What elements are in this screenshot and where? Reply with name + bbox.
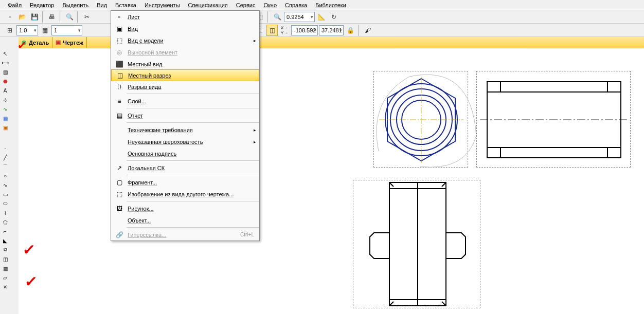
menu-item-view[interactable]: ▣Вид xyxy=(111,23,259,34)
macro-icon[interactable]: ⬣ xyxy=(1,77,10,85)
menu-window[interactable]: Окно xyxy=(263,2,277,8)
thickness-combo[interactable]: 1.0 xyxy=(16,25,38,35)
point-icon[interactable]: · xyxy=(1,144,10,152)
menu-insert[interactable]: Вставка xyxy=(115,2,136,8)
ellipse-icon[interactable]: ⬭ xyxy=(1,199,10,208)
menu-item-report[interactable]: ▤Отчет xyxy=(111,109,259,121)
drawing-icon: ▣ xyxy=(56,39,61,46)
menu-item-picture[interactable]: 🖼Рисунок... xyxy=(111,202,259,214)
open-icon[interactable]: 📂 xyxy=(16,11,28,23)
tab-drawing[interactable]: ▣ Чертеж xyxy=(52,37,87,48)
menu-separator xyxy=(127,227,259,228)
tab-detail[interactable]: ◉ Деталь xyxy=(19,37,52,48)
menu-item-lcs[interactable]: ↗Локальная СК xyxy=(111,162,259,174)
bezier-icon[interactable]: ⌇ xyxy=(1,209,10,217)
menu-view[interactable]: Вид xyxy=(97,2,107,8)
menu-tools[interactable]: Инструменты xyxy=(145,2,180,8)
menu-item-local-view[interactable]: ⬛Местный вид xyxy=(111,58,259,70)
zoom-combo[interactable]: 0.9254 xyxy=(284,12,315,22)
text-icon[interactable]: A xyxy=(1,86,10,95)
polygon-icon[interactable]: ⬠ xyxy=(1,218,10,226)
hatch2-icon[interactable]: ▨ xyxy=(1,264,10,272)
menu-select[interactable]: Выделить xyxy=(62,2,88,8)
left-toolbar-primary: ↖ ⟷ ▨ ⬣ A ⊹ ∿ ▦ ▣ · ╱ ⌒ ○ ∿ ▭ ⬭ ⌇ ⬠ ⌐ ◣ … xyxy=(0,48,11,292)
offset-icon[interactable]: ⧉ xyxy=(1,246,10,254)
step-icon[interactable]: ▦ xyxy=(39,25,50,36)
menu-item-callout: ◎Выносной элемент xyxy=(111,46,259,58)
menu-editor[interactable]: Редактор xyxy=(30,2,54,8)
new-icon[interactable]: ▫ xyxy=(4,11,15,23)
menu-item-title[interactable]: Основная надпись xyxy=(111,147,259,159)
view-side[interactable] xyxy=(476,71,631,168)
menu-item-image[interactable]: ⬚Изображение из вида другого чертежа... xyxy=(111,188,259,200)
save-icon[interactable]: 💾 xyxy=(29,11,40,23)
refresh-icon[interactable]: ↻ xyxy=(328,11,339,23)
menu-item-label: Вид xyxy=(126,26,259,32)
menu-item-layer[interactable]: ≡Слой... xyxy=(111,95,259,107)
link-icon: 🔗 xyxy=(113,231,126,238)
menu-service[interactable]: Сервис xyxy=(236,2,256,8)
grid-icon[interactable]: ◫ xyxy=(266,25,278,36)
menu-separator xyxy=(127,94,259,94)
region-icon[interactable]: ▱ xyxy=(1,273,10,282)
view-icon: ▣ xyxy=(113,25,126,32)
menu-item-label: Объект... xyxy=(126,217,259,224)
menu-item-label: Основная надпись xyxy=(126,151,259,157)
menu-item-rough[interactable]: Неуказанная шероховатость▸ xyxy=(111,136,259,147)
coord-y[interactable]: 37.2481 xyxy=(319,25,344,35)
menu-help[interactable]: Справка xyxy=(285,2,307,8)
coord-x-icon[interactable]: X→Y→ xyxy=(279,25,290,36)
arc-icon[interactable]: ⌒ xyxy=(1,162,10,171)
curve-icon[interactable]: ∿ xyxy=(1,105,10,113)
menu-item-fragment[interactable]: ▢Фрагмент... xyxy=(111,176,259,188)
coord-x[interactable]: -108.592 xyxy=(291,25,318,35)
menu-item-label: Разрыв вида xyxy=(126,84,259,90)
menu-file[interactable]: Файл xyxy=(8,2,22,8)
line-icon[interactable]: ╱ xyxy=(1,153,10,161)
menu-item-break[interactable]: ⟮⟯Разрыв вида xyxy=(111,81,259,93)
submenu-arrow-icon: ▸ xyxy=(254,38,256,43)
spline-icon[interactable]: ∿ xyxy=(1,181,10,189)
view-icon[interactable]: ▣ xyxy=(1,123,10,132)
dim-icon[interactable]: ⟷ xyxy=(1,59,10,67)
menu-separator xyxy=(127,122,259,123)
contour-icon[interactable]: ◫ xyxy=(1,255,10,263)
step-combo[interactable]: 1 xyxy=(51,25,82,35)
menu-libs[interactable]: Библиотеки xyxy=(315,2,346,8)
rect-icon[interactable]: ▭ xyxy=(1,190,10,198)
submenu-arrow-icon: ▸ xyxy=(254,127,256,133)
cut-icon[interactable]: ✂ xyxy=(81,11,93,23)
lock-icon[interactable]: 🔒 xyxy=(345,25,356,36)
shortcut-label: Ctrl+L xyxy=(240,232,254,237)
menu-item-tech[interactable]: Технические требования▸ xyxy=(111,124,259,136)
break-icon: ⟮⟯ xyxy=(113,83,126,90)
circle-icon[interactable]: ○ xyxy=(1,172,10,180)
menu-item-model[interactable]: ⬚Вид с модели▸ xyxy=(111,34,259,46)
table-icon[interactable]: ▦ xyxy=(1,114,10,122)
print-icon[interactable]: 🖶 xyxy=(46,11,58,23)
report-icon: ▤ xyxy=(113,112,126,119)
menu-item-local-cut[interactable]: ◫Местный разрез xyxy=(111,69,259,81)
zoom-fit-icon[interactable]: 🔍 xyxy=(272,11,283,23)
fillet-icon[interactable]: ⌐ xyxy=(1,227,10,235)
preview-icon[interactable]: 🔍 xyxy=(64,11,75,23)
menu-item-label: Слой... xyxy=(126,98,259,104)
view-front[interactable] xyxy=(353,180,480,308)
chamfer-icon[interactable]: ◣ xyxy=(1,236,10,245)
menu-separator xyxy=(127,160,259,161)
menu-item-sheet[interactable]: ▫Лист xyxy=(111,11,259,23)
picture-icon: 🖼 xyxy=(113,205,126,212)
ruler-icon[interactable]: 📐 xyxy=(316,11,327,23)
menu-item-object[interactable]: Объект... xyxy=(111,214,259,226)
menu-separator xyxy=(127,175,259,175)
snap-icon[interactable]: ⊞ xyxy=(4,25,15,36)
hatch-icon[interactable]: ▨ xyxy=(1,68,10,76)
menu-item-label: Неуказанная шероховатость xyxy=(126,139,259,145)
trim-icon[interactable]: ✕ xyxy=(1,283,10,291)
menu-separator xyxy=(127,201,259,201)
brush-icon[interactable]: 🖌 xyxy=(362,25,373,36)
axis-icon[interactable]: ⊹ xyxy=(1,96,10,104)
arrow-icon[interactable]: ↖ xyxy=(1,49,10,58)
sheet-icon: ▫ xyxy=(113,13,126,21)
menu-spec[interactable]: Спецификация xyxy=(188,2,228,8)
